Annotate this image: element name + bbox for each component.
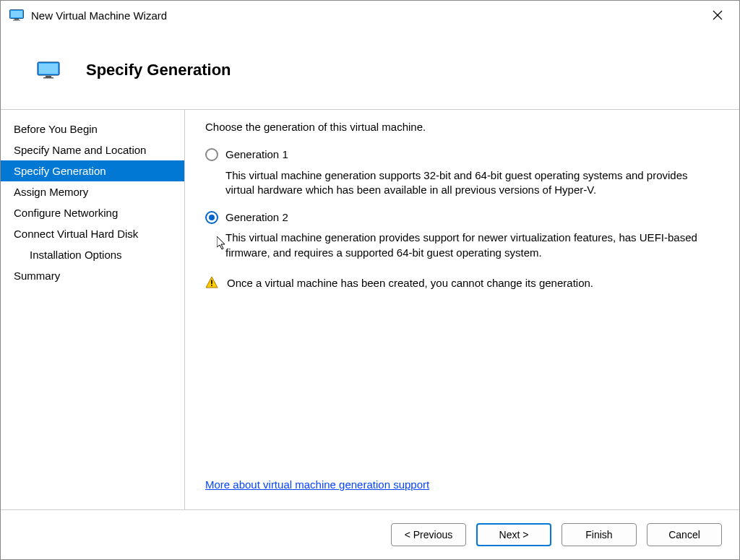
wizard-footer: < Previous Next > Finish Cancel	[1, 509, 739, 559]
sidebar-item-summary[interactable]: Summary	[1, 265, 184, 286]
warning-text: Once a virtual machine has been created,…	[227, 276, 593, 290]
sidebar-item-configure-networking[interactable]: Configure Networking	[1, 202, 184, 223]
help-link-row: More about virtual machine generation su…	[205, 478, 726, 502]
sidebar-item-assign-memory[interactable]: Assign Memory	[1, 181, 184, 202]
sidebar-item-before-you-begin[interactable]: Before You Begin	[1, 119, 184, 139]
svg-rect-2	[14, 19, 19, 20]
generation-1-label: Generation 1	[225, 147, 288, 162]
sidebar-item-specify-name[interactable]: Specify Name and Location	[1, 139, 184, 160]
sidebar-item-label: Configure Networking	[14, 207, 118, 219]
window-title: New Virtual Machine Wizard	[31, 9, 167, 22]
wizard-body: Before You Begin Specify Name and Locati…	[1, 110, 739, 509]
next-button[interactable]: Next >	[476, 523, 551, 546]
warning-icon	[205, 276, 218, 289]
svg-rect-11	[211, 280, 212, 284]
sidebar-item-specify-generation[interactable]: Specify Generation	[1, 160, 184, 181]
header-icon	[37, 61, 60, 79]
svg-rect-7	[39, 64, 58, 74]
sidebar: Before You Begin Specify Name and Locati…	[1, 110, 185, 509]
generation-2-option[interactable]: Generation 2	[205, 210, 726, 225]
sidebar-item-label: Assign Memory	[14, 186, 88, 198]
svg-rect-9	[43, 77, 53, 79]
page-title: Specify Generation	[86, 61, 231, 79]
generation-1-option[interactable]: Generation 1	[205, 147, 726, 162]
generation-2-description: This virtual machine generation provides…	[225, 231, 719, 260]
sidebar-item-connect-vhd[interactable]: Connect Virtual Hard Disk	[1, 223, 184, 244]
svg-rect-8	[46, 76, 51, 77]
sidebar-item-installation-options[interactable]: Installation Options	[1, 244, 184, 265]
app-icon	[9, 9, 24, 21]
sidebar-item-label: Specify Name and Location	[14, 144, 146, 156]
wizard-header: Specify Generation	[1, 30, 739, 110]
sidebar-item-label: Before You Begin	[14, 123, 98, 135]
finish-button[interactable]: Finish	[562, 523, 637, 546]
cancel-button[interactable]: Cancel	[647, 523, 722, 546]
more-info-link[interactable]: More about virtual machine generation su…	[205, 478, 429, 491]
svg-rect-12	[211, 285, 212, 286]
radio-unchecked-icon	[205, 148, 218, 161]
generation-2-label: Generation 2	[225, 210, 288, 225]
radio-checked-icon	[205, 211, 218, 224]
sidebar-item-label: Connect Virtual Hard Disk	[14, 228, 138, 240]
intro-text: Choose the generation of this virtual ma…	[205, 120, 726, 134]
sidebar-item-label: Specify Generation	[14, 165, 106, 177]
sidebar-item-label: Summary	[14, 270, 60, 282]
generation-1-description: This virtual machine generation supports…	[225, 168, 719, 198]
sidebar-item-label: Installation Options	[30, 249, 122, 261]
close-button[interactable]	[703, 1, 732, 30]
previous-button[interactable]: < Previous	[391, 523, 466, 546]
content-panel: Choose the generation of this virtual ma…	[185, 110, 739, 509]
titlebar: New Virtual Machine Wizard	[1, 1, 739, 30]
wizard-window: New Virtual Machine Wizard Specify Gener…	[0, 0, 740, 560]
svg-rect-3	[13, 20, 20, 21]
warning-row: Once a virtual machine has been created,…	[205, 276, 726, 290]
svg-rect-1	[11, 11, 22, 17]
